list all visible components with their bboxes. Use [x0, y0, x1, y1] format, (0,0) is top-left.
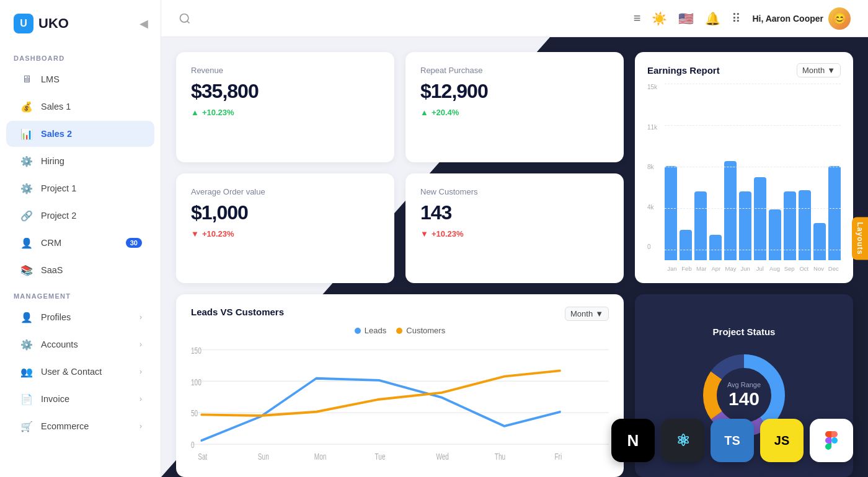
leads-legend-item: Leads	[355, 326, 386, 335]
leads-dropdown-icon: ▼	[595, 309, 603, 318]
sidebar-section-management: MANAGEMENT	[0, 284, 161, 304]
nextjs-icon: N	[611, 419, 655, 462]
donut-value: 140	[727, 388, 761, 409]
dropdown-chevron-icon: ▼	[827, 66, 835, 75]
bar-fill-6	[754, 177, 766, 260]
topbar: ≡ ☀️ 🇺🇸 🔔 ⠿ Hi, Aaron Cooper 😊	[161, 0, 868, 37]
sidebar-item-label-accounts: Accounts	[41, 339, 78, 349]
sidebar-item-label-sales1: Sales 1	[41, 102, 71, 112]
leads-period-selector[interactable]: Month ▼	[565, 307, 609, 321]
ecommerce-icon: 🛒	[20, 419, 33, 433]
sidebar-item-crm[interactable]: 👤 CRM 30	[6, 230, 154, 256]
bar-x-label: Oct	[797, 265, 812, 272]
crm-icon: 👤	[20, 236, 33, 250]
bar-x-label: Nov	[812, 265, 826, 272]
content-area: Revenue $35,800 ▲ +10.23% Repeat Purchas…	[161, 37, 868, 477]
javascript-icon: JS	[760, 419, 804, 462]
sidebar-logo: U UKO ◀	[0, 0, 161, 46]
notification-bell-icon[interactable]: 🔔	[705, 11, 720, 26]
flag-icon[interactable]: 🇺🇸	[678, 11, 694, 26]
new-customers-label: New Customers	[420, 187, 609, 196]
svg-text:50: 50	[191, 409, 198, 419]
hiring-icon: ⚙️	[20, 154, 33, 168]
search-button[interactable]	[179, 12, 191, 25]
grid-icon[interactable]: ⠿	[732, 11, 741, 26]
topbar-left	[179, 12, 191, 25]
revenue-change: ▲ +10.23%	[191, 108, 379, 117]
sidebar-section-dashboard: DASHBOARD	[0, 46, 161, 66]
donut-avg-label: Avg Range	[727, 381, 761, 388]
bar-x-label: Dec	[826, 265, 841, 272]
bar-x-label: Sep	[782, 265, 797, 272]
new-customers-card: New Customers 143 ▼ +10.23%	[405, 173, 624, 284]
bar-2	[694, 84, 707, 260]
leads-vs-customers-card: Leads VS Customers Month ▼ Leads Custome…	[176, 294, 624, 477]
bar-fill-8	[784, 191, 796, 260]
topbar-right: ≡ ☀️ 🇺🇸 🔔 ⠿ Hi, Aaron Cooper 😊	[634, 7, 851, 30]
repeat-purchase-change-value: +20.4%	[432, 108, 459, 117]
sidebar-item-user-contact[interactable]: 👥 User & Contact ›	[6, 359, 154, 385]
layouts-tab[interactable]: Layouts	[852, 217, 868, 260]
repeat-purchase-label: Repeat Purchase	[420, 66, 609, 75]
earnings-period-selector[interactable]: Month ▼	[797, 63, 841, 77]
sidebar-item-label-crm: CRM	[41, 238, 61, 248]
customers-legend-label: Customers	[406, 326, 445, 335]
sidebar-collapse-button[interactable]: ◀	[140, 17, 148, 30]
leads-title: Leads VS Customers	[191, 307, 284, 317]
bar-10	[813, 84, 826, 260]
avatar[interactable]: 😊	[828, 7, 851, 30]
svg-text:150: 150	[191, 346, 202, 356]
profiles-chevron-icon: ›	[140, 313, 142, 322]
theme-toggle-icon[interactable]: ☀️	[652, 11, 667, 26]
sidebar-item-profiles[interactable]: 👤 Profiles ›	[6, 304, 154, 330]
bar-8	[784, 84, 796, 260]
sidebar-item-saas[interactable]: 📚 SaaS	[6, 257, 154, 283]
sidebar-item-label-lms: LMS	[41, 74, 60, 84]
bar-fill-10	[813, 223, 826, 260]
react-icon: ⚛	[661, 419, 704, 462]
bar-x-label: Jun	[738, 265, 753, 272]
new-customers-change: ▼ +10.23%	[420, 229, 609, 239]
sidebar-item-sales1[interactable]: 💰 Sales 1	[6, 94, 154, 120]
sidebar-item-lms[interactable]: 🖥 LMS	[6, 66, 154, 92]
accounts-icon: ⚙️	[20, 338, 33, 351]
bar-1	[680, 84, 692, 260]
sidebar-item-sales2[interactable]: 📊 Sales 2	[6, 121, 154, 147]
bar-chart-area: 0 4k 8k 11k 15k	[647, 84, 841, 263]
revenue-label: Revenue	[191, 66, 379, 75]
sidebar-item-label-ecommerce: Ecommerce	[41, 421, 89, 431]
sidebar-item-invoice[interactable]: 📄 Invoice ›	[6, 386, 154, 412]
sidebar-item-accounts[interactable]: ⚙️ Accounts ›	[6, 331, 154, 357]
line-chart: 0 50 100 150 Sat Sun Mon Tue Wed	[191, 340, 609, 465]
svg-text:Thu: Thu	[495, 452, 505, 462]
lms-icon: 🖥	[20, 72, 33, 86]
earnings-card: Earnings Report Month ▼	[635, 52, 853, 283]
up-arrow-icon: ▲	[191, 108, 199, 117]
profiles-icon: 👤	[20, 310, 33, 324]
bar-x-label: Mar	[694, 265, 709, 272]
leads-legend: Leads Customers	[191, 326, 609, 335]
donut-center: Avg Range 140	[727, 381, 761, 409]
repeat-purchase-card: Repeat Purchase $12,900 ▲ +20.4%	[405, 52, 624, 162]
bar-0	[665, 84, 677, 260]
leads-legend-label: Leads	[365, 326, 386, 335]
menu-icon[interactable]: ≡	[634, 11, 641, 25]
bar-7	[769, 84, 781, 260]
bar-x-label: May	[724, 265, 738, 272]
bar-x-label: Jan	[665, 265, 680, 272]
figma-icon	[810, 419, 853, 462]
svg-text:Mon: Mon	[314, 452, 327, 462]
sidebar-item-ecommerce[interactable]: 🛒 Ecommerce ›	[6, 413, 154, 439]
logo-text: UKO	[38, 15, 69, 32]
sidebar-item-hiring[interactable]: ⚙️ Hiring	[6, 148, 154, 174]
svg-text:Fri: Fri	[554, 452, 562, 462]
sidebar-item-project2[interactable]: 🔗 Project 2	[6, 203, 154, 229]
svg-text:0: 0	[191, 440, 195, 450]
bar-x-label: Apr	[709, 265, 724, 272]
invoice-icon: 📄	[20, 392, 33, 406]
sidebar-item-label-sales2: Sales 2	[41, 129, 72, 139]
sidebar-item-project1[interactable]: ⚙️ Project 1	[6, 175, 154, 201]
bar-11	[828, 84, 841, 260]
down-arrow-icon2: ▼	[420, 229, 428, 239]
bar-fill-7	[769, 209, 781, 261]
